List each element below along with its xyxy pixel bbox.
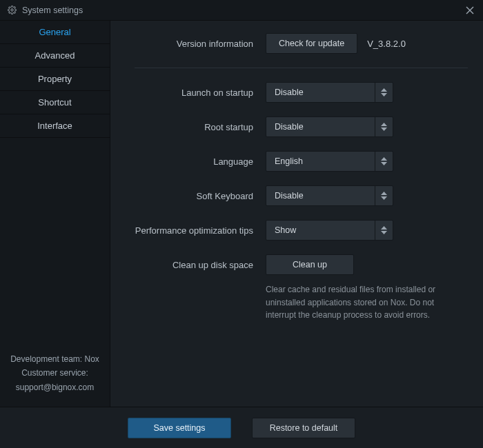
dev-team-text: Development team: Nox: [8, 352, 101, 366]
support-email: support@bignox.com: [8, 380, 101, 394]
tab-general[interactable]: General: [0, 21, 110, 44]
tab-interface[interactable]: Interface: [0, 114, 110, 138]
check-update-button[interactable]: Check for update: [266, 33, 357, 54]
save-settings-button[interactable]: Save settings: [128, 418, 231, 438]
soft-keyboard-select[interactable]: Disable: [266, 185, 393, 206]
chevron-updown-icon: [375, 83, 393, 102]
version-value: V_3.8.2.0: [367, 39, 406, 49]
soft-keyboard-label: Soft Keyboard: [110, 191, 266, 201]
language-label: Language: [110, 156, 266, 167]
sidebar-footer: Development team: Nox Customer service: …: [0, 347, 110, 407]
launch-startup-value: Disable: [266, 88, 375, 97]
launch-startup-label: Launch on startup: [110, 88, 266, 98]
chevron-updown-icon: [375, 221, 393, 240]
language-value: English: [266, 156, 375, 166]
tab-advanced[interactable]: Advanced: [0, 44, 110, 68]
root-startup-select[interactable]: Disable: [266, 116, 393, 137]
language-select[interactable]: English: [266, 151, 393, 172]
chevron-updown-icon: [375, 152, 393, 171]
chevron-updown-icon: [375, 186, 393, 205]
soft-keyboard-value: Disable: [266, 191, 375, 201]
close-button[interactable]: [464, 4, 476, 17]
tab-property[interactable]: Property: [0, 68, 110, 91]
perf-tips-select[interactable]: Show: [266, 220, 393, 241]
svg-point-0: [10, 9, 12, 11]
cleanup-label: Clean up disk space: [110, 260, 266, 270]
cleanup-button[interactable]: Clean up: [266, 254, 354, 275]
restore-default-button[interactable]: Restore to default: [252, 418, 355, 438]
window-title: System settings: [22, 6, 464, 15]
gear-icon: [7, 6, 17, 15]
root-startup-label: Root startup: [110, 122, 266, 132]
chevron-updown-icon: [375, 117, 393, 136]
launch-startup-select[interactable]: Disable: [266, 82, 393, 103]
root-startup-value: Disable: [266, 122, 375, 132]
cleanup-description: Clear cache and residual files from inst…: [266, 283, 468, 322]
version-info-label: Version information: [110, 39, 266, 49]
section-divider: [135, 68, 468, 68]
main-panel: Version information Check for update V_3…: [110, 21, 483, 407]
tab-shortcut[interactable]: Shortcut: [0, 91, 110, 114]
sidebar: General Advanced Property Shortcut Inter…: [0, 21, 110, 407]
perf-tips-value: Show: [266, 225, 375, 235]
customer-service-label: Customer service:: [8, 366, 101, 380]
perf-tips-label: Performance optimization tips: [110, 225, 266, 236]
title-bar: System settings: [0, 0, 483, 21]
footer-bar: Save settings Restore to default: [0, 407, 483, 448]
